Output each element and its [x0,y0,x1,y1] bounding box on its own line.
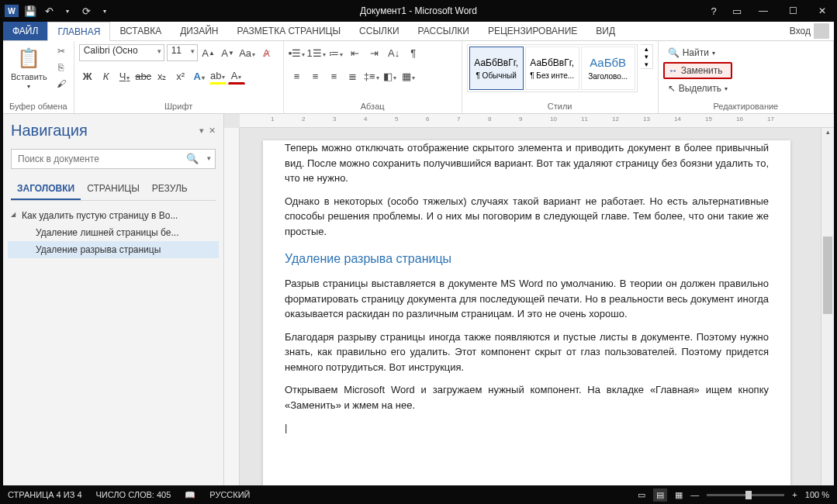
nav-item-child-2[interactable]: Удаление разрыва страницы [8,241,219,258]
bullets-icon[interactable]: ▪☰ [289,44,306,61]
styles-up-icon[interactable]: ▴ [641,45,652,53]
zoom-out-icon[interactable]: — [690,490,699,499]
grow-font-icon[interactable]: A▲ [200,44,217,61]
styles-gallery-nav[interactable]: ▴ ▾ ▾ [641,44,653,69]
styles-down-icon[interactable]: ▾ [641,53,652,60]
font-color-icon[interactable]: A [228,67,245,85]
justify-icon[interactable]: ≣ [344,67,361,85]
increase-indent-icon[interactable]: ⇥ [366,44,383,61]
tab-design[interactable]: ДИЗАЙН [171,22,227,40]
shading-icon[interactable]: ◧ [382,67,399,85]
status-page[interactable]: СТРАНИЦА 4 ИЗ 4 [8,490,82,499]
styles-gallery[interactable]: АаБбВвГг, ¶ Обычный АаБбВвГг, ¶ Без инте… [467,44,638,92]
undo-icon[interactable]: ↶ [42,4,56,18]
styles-more-icon[interactable]: ▾ [641,60,652,68]
font-size-combo[interactable]: 11 [167,44,198,61]
font-family-combo[interactable]: Calibri (Осно [79,44,164,61]
redo-icon[interactable]: ⟳ [79,4,93,18]
nav-tab-results[interactable]: РЕЗУЛЬ [146,178,189,200]
close-icon[interactable]: ✕ [812,2,832,19]
strikethrough-button[interactable]: abc [135,67,152,85]
shrink-font-icon[interactable]: A▼ [220,44,237,61]
copy-icon[interactable]: ⎘ [54,60,69,74]
help-icon[interactable]: ? [707,4,721,18]
scroll-thumb[interactable] [823,236,832,314]
change-case-icon[interactable]: Aa [239,44,256,61]
signin-link[interactable]: Вход [790,26,811,36]
maximize-icon[interactable]: ☐ [783,2,803,19]
search-icon[interactable]: 🔍 [186,153,199,164]
paste-button[interactable]: 📋 Вставить ▾ [8,44,50,91]
save-icon[interactable]: 💾 [23,4,37,18]
tab-references[interactable]: ССЫЛКИ [350,22,408,40]
tab-insert[interactable]: ВСТАВКА [110,22,171,40]
style-heading1[interactable]: АаБбВ Заголово... [581,47,635,90]
paragraph-text: Теперь можно отключать отображение скрыт… [285,140,769,186]
tab-mailings[interactable]: РАССЫЛКИ [409,22,479,40]
subscript-button[interactable]: x₂ [154,67,171,85]
clear-formatting-icon[interactable]: A̷ [258,44,275,61]
numbering-icon[interactable]: 1☰ [308,44,325,61]
horizontal-ruler[interactable]: 1 2 3 4 5 6 7 8 9 10 11 12 13 14 15 16 1… [240,114,834,128]
sort-icon[interactable]: A↓ [386,44,403,61]
find-button[interactable]: 🔍 Найти ▾ [663,44,732,61]
vertical-ruler[interactable] [224,128,240,501]
minimize-icon[interactable]: — [753,2,773,19]
bold-button[interactable]: Ж [79,67,96,85]
align-center-icon[interactable]: ≡ [307,67,324,85]
zoom-in-icon[interactable]: + [792,490,797,499]
align-left-icon[interactable]: ≡ [289,67,306,85]
style-normal[interactable]: АаБбВвГг, ¶ Обычный [469,47,524,90]
decrease-indent-icon[interactable]: ⇤ [347,44,364,61]
underline-button[interactable]: Ч [116,67,133,85]
undo-dropdown-icon[interactable]: ▾ [61,4,74,18]
vertical-scrollbar[interactable]: ▴ ▾ [821,128,834,501]
view-web-icon[interactable]: ▦ [675,490,683,500]
tab-view[interactable]: ВИД [586,22,624,40]
nav-tree: Как удалить пустую страницу в Во... Удал… [3,201,223,264]
borders-icon[interactable]: ▦ [400,67,417,85]
zoom-slider[interactable] [707,494,784,496]
view-print-icon[interactable]: ▤ [653,488,667,502]
proofing-icon[interactable]: 📖 [185,490,195,500]
nav-item-root[interactable]: Как удалить пустую страницу в Во... [8,207,219,224]
document-page[interactable]: Теперь можно отключать отображение скрыт… [263,140,790,501]
ribbon-options-icon[interactable]: ▭ [730,4,744,18]
qat-dropdown-icon[interactable]: ▾ [98,4,112,18]
replace-button[interactable]: ↔ Заменить [663,62,732,79]
italic-button[interactable]: К [98,67,115,85]
nav-item-child-1[interactable]: Удаление лишней страницы бе... [8,224,219,241]
cut-icon[interactable]: ✂ [54,44,69,58]
select-button[interactable]: ↖ Выделить ▾ [663,80,732,97]
nav-tab-headings[interactable]: ЗАГОЛОВКИ [11,178,81,200]
search-dropdown-icon[interactable]: ▾ [207,154,211,162]
scroll-up-icon[interactable]: ▴ [821,128,834,141]
line-spacing-icon[interactable]: ‡≡ [363,67,380,85]
nav-tab-pages[interactable]: СТРАНИЦЫ [81,178,146,200]
tab-layout[interactable]: РАЗМЕТКА СТРАНИЦЫ [228,22,351,40]
style-no-spacing[interactable]: АаБбВвГг, ¶ Без инте... [525,47,579,90]
search-input[interactable] [11,149,216,169]
show-marks-icon[interactable]: ¶ [405,44,422,61]
avatar-placeholder-icon[interactable] [814,23,829,39]
format-painter-icon[interactable]: 🖌 [54,77,69,91]
nav-close-icon[interactable]: ✕ [209,126,216,136]
paragraph-label: Абзац [289,100,457,113]
styles-label: Стили [467,100,653,113]
tab-review[interactable]: РЕЦЕНЗИРОВАНИЕ [479,22,586,40]
status-words[interactable]: ЧИСЛО СЛОВ: 405 [96,490,171,499]
view-read-icon[interactable]: ▭ [638,490,645,500]
align-right-icon[interactable]: ≡ [326,67,343,85]
zoom-level[interactable]: 100 % [805,490,829,499]
tab-home[interactable]: ГЛАВНАЯ [47,22,110,41]
nav-dropdown-icon[interactable]: ▾ [199,126,204,136]
text-effects-icon[interactable]: A [191,67,208,85]
page-canvas[interactable]: Теперь можно отключать отображение скрыт… [240,128,821,501]
window-title: Документ1 - Microsoft Word [360,5,477,16]
superscript-button[interactable]: x² [172,67,189,85]
clipboard-icon: 📋 [16,46,41,71]
tab-file[interactable]: ФАЙЛ [3,22,47,40]
highlight-icon[interactable]: ab [209,67,227,85]
multilevel-icon[interactable]: ≔ [327,44,344,61]
status-lang[interactable]: РУССКИЙ [209,490,250,499]
